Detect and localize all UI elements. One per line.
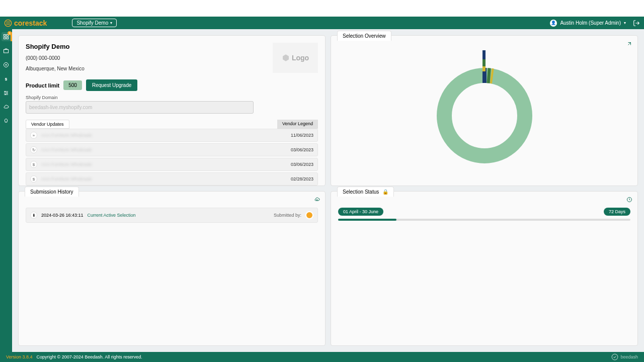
selection-status-card: Selection Status 🔒 01 April - 30 June 72… bbox=[331, 191, 638, 346]
sidebar-badge: 3 bbox=[8, 31, 12, 35]
cloud-download-icon[interactable] bbox=[314, 197, 320, 203]
sliders-icon bbox=[3, 90, 9, 96]
shopify-domain-input[interactable] bbox=[26, 101, 254, 114]
store-phone: (000) 000-0000 bbox=[26, 55, 85, 61]
svg-point-8 bbox=[5, 91, 6, 92]
logout-icon[interactable] bbox=[633, 20, 640, 27]
svg-text:$: $ bbox=[5, 77, 8, 81]
store-selector[interactable]: Shopify Demo ▾ bbox=[72, 19, 117, 27]
submitter-avatar bbox=[305, 211, 313, 219]
vendor-row[interactable]: $ AAA Furniture Wholesale 03/06/2023 bbox=[26, 158, 318, 171]
date-range-pill: 01 April - 30 June bbox=[338, 208, 383, 216]
download-icon: ⬇ bbox=[30, 212, 37, 219]
progress-bar bbox=[338, 219, 630, 221]
sidebar-settings[interactable] bbox=[2, 88, 11, 98]
sidebar-shop[interactable] bbox=[2, 46, 11, 55]
submission-title: Submission History bbox=[25, 187, 79, 197]
vendor-legend-button[interactable]: Vendor Legend bbox=[277, 120, 318, 129]
expand-icon[interactable] bbox=[626, 41, 632, 47]
sidebar-cancel[interactable] bbox=[2, 60, 11, 69]
selection-overview-card: Selection Overview bbox=[331, 35, 638, 186]
bulb-icon bbox=[3, 118, 9, 124]
svg-point-10 bbox=[5, 94, 6, 95]
brand-icon bbox=[4, 19, 12, 27]
store-info-card: Shopify Demo (000) 000-0000 Albuquerque,… bbox=[18, 35, 326, 186]
lock-icon: 🔒 bbox=[382, 189, 388, 195]
submission-row[interactable]: ⬇ 2024-03-26 16:43:11 Current Active Sel… bbox=[26, 208, 318, 223]
svg-point-16 bbox=[612, 354, 618, 360]
vendor-row[interactable]: ↻ AAA Furniture Wholesale 03/06/2023 bbox=[26, 143, 318, 156]
svg-rect-4 bbox=[7, 37, 9, 39]
sidebar-pricing[interactable]: $ bbox=[2, 74, 11, 83]
status-title: Selection Status 🔒 bbox=[337, 187, 394, 197]
sync-icon: ↻ bbox=[30, 146, 37, 153]
chevron-down-icon: ▾ bbox=[624, 21, 626, 25]
brand-mark-icon bbox=[611, 353, 618, 360]
svg-rect-3 bbox=[4, 37, 6, 39]
cloud-icon bbox=[3, 104, 9, 110]
donut-chart bbox=[434, 50, 535, 171]
user-menu[interactable]: 👤 Austin Holm (Super Admin) ▾ bbox=[550, 20, 640, 27]
svg-rect-1 bbox=[4, 35, 6, 37]
footer: Version 3.8.4 Copyright © 2007-2024 Beed… bbox=[0, 352, 644, 362]
request-upgrade-button[interactable]: Request Upgrade bbox=[86, 79, 137, 91]
vendor-row[interactable]: $ AAA Furniture Wholesale 02/28/2023 bbox=[26, 172, 318, 186]
cube-icon bbox=[282, 54, 290, 62]
clock-icon[interactable] bbox=[626, 197, 632, 203]
user-avatar-icon: 👤 bbox=[550, 20, 557, 27]
submission-history-card: Submission History ⬇ 2024-03-26 16:43:11… bbox=[18, 191, 326, 346]
svg-rect-14 bbox=[482, 66, 486, 71]
version-label: Version 3.8.4 bbox=[6, 354, 33, 359]
briefcase-icon bbox=[3, 48, 9, 54]
store-location: Albuquerque, New Mexico bbox=[26, 66, 85, 71]
sidebar-cloud[interactable] bbox=[2, 103, 11, 112]
dollar-icon: $ bbox=[30, 161, 37, 168]
sidebar-dashboard[interactable]: 3 bbox=[2, 32, 11, 41]
copyright: Copyright © 2007-2024 Beedash. All right… bbox=[37, 354, 142, 359]
days-remaining-pill: 72 Days bbox=[604, 208, 630, 216]
domain-label: Shopify Domain bbox=[26, 95, 318, 100]
chevron-right-icon: » bbox=[30, 132, 37, 139]
product-limit-label: Product limit bbox=[26, 82, 59, 88]
dollar-icon: $ bbox=[3, 76, 9, 82]
svg-rect-12 bbox=[482, 50, 486, 59]
footer-brand: beedash bbox=[611, 353, 638, 360]
vendor-updates-tab: Vendor Updates bbox=[26, 120, 69, 129]
svg-rect-13 bbox=[482, 59, 486, 66]
x-circle-icon bbox=[3, 62, 9, 68]
chevron-down-icon: ▾ bbox=[110, 21, 112, 25]
vendor-row[interactable]: » AAA Furniture Wholesale 11/06/2023 bbox=[26, 129, 318, 142]
dollar-icon: $ bbox=[30, 175, 37, 183]
product-limit-value: 500 bbox=[63, 80, 82, 90]
svg-point-11 bbox=[444, 75, 525, 156]
sidebar: 3 $ bbox=[0, 29, 12, 352]
store-name: Shopify Demo bbox=[26, 43, 85, 50]
svg-point-9 bbox=[7, 93, 8, 94]
overview-title: Selection Overview bbox=[337, 31, 391, 41]
brand-logo: corestack bbox=[4, 19, 47, 27]
store-logo-placeholder: Logo bbox=[273, 43, 318, 73]
vendor-list: » AAA Furniture Wholesale 11/06/2023 ↻ A… bbox=[26, 129, 318, 186]
svg-rect-5 bbox=[4, 50, 9, 53]
app-header: corestack Shopify Demo ▾ 👤 Austin Holm (… bbox=[0, 17, 644, 29]
sidebar-help[interactable] bbox=[2, 117, 11, 126]
